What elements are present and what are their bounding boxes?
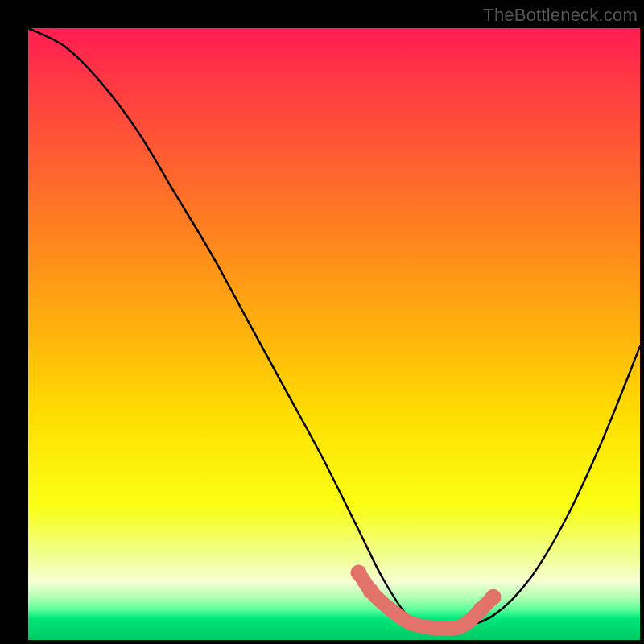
highlight-dot <box>363 583 379 599</box>
highlight-flat-region-line <box>358 572 493 628</box>
highlight-dot <box>485 589 502 605</box>
plot-area <box>28 28 640 640</box>
credit-text: TheBottleneck.com <box>483 5 638 26</box>
highlight-dot <box>473 601 489 617</box>
bottleneck-curve-line <box>28 28 640 630</box>
highlight-dots <box>350 564 501 617</box>
highlight-dot <box>350 564 366 580</box>
chart-svg <box>28 28 640 640</box>
chart-frame: TheBottleneck.com <box>0 0 644 644</box>
